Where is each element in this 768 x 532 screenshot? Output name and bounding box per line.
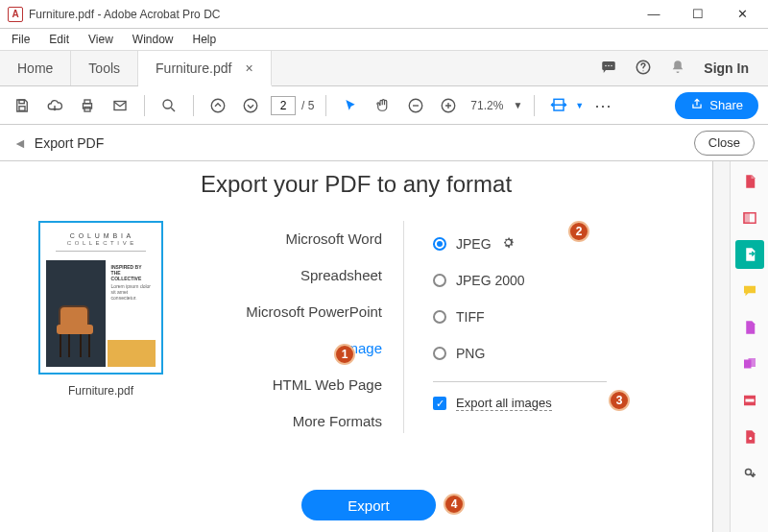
tool-edit-pdf-icon[interactable]: [735, 204, 764, 232]
option-jpeg-label: JPEG: [456, 236, 492, 252]
svg-rect-19: [744, 213, 749, 224]
option-png[interactable]: PNG: [433, 335, 614, 372]
page-current-input[interactable]: [271, 96, 296, 115]
svg-rect-10: [84, 107, 90, 111]
svg-rect-7: [19, 106, 25, 110]
zoom-dropdown-icon[interactable]: ▼: [513, 100, 522, 110]
radio-icon: [433, 237, 446, 251]
tool-more-icon[interactable]: [735, 459, 764, 488]
svg-point-13: [211, 99, 225, 112]
toolbar-separator: [193, 95, 194, 116]
sign-in-link[interactable]: Sign In: [704, 60, 749, 76]
page-down-icon[interactable]: [238, 93, 263, 118]
more-icon[interactable]: ⋯: [591, 93, 616, 118]
tabbar: Home Tools Furniture.pdf × Sign In: [0, 50, 768, 86]
export-button[interactable]: Export: [301, 490, 436, 520]
option-jpeg2000-label: JPEG 2000: [456, 273, 525, 288]
comment-icon[interactable]: [600, 59, 617, 79]
tool-create-pdf-icon[interactable]: [735, 167, 764, 196]
svg-point-3: [612, 64, 613, 66]
svg-point-2: [609, 64, 611, 66]
svg-rect-6: [19, 100, 24, 104]
page-total-label: / 5: [301, 99, 314, 112]
thumbnail-filename: Furniture.pdf: [68, 384, 133, 398]
toolbar-separator: [144, 95, 145, 116]
svg-rect-21: [748, 358, 756, 367]
title-filename: Furniture.pdf: [29, 8, 94, 21]
window-title: Furniture.pdf - Adobe Acrobat Pro DC: [29, 8, 220, 21]
window-minimize-button[interactable]: —: [632, 0, 676, 29]
menu-window[interactable]: Window: [125, 31, 181, 48]
annotation-badge-3: 3: [609, 390, 630, 411]
format-category-list: Microsoft Word Spreadsheet Microsoft Pow…: [202, 221, 403, 433]
document-thumbnail[interactable]: C O L U M B I A C O L L E C T I V E INSP…: [38, 221, 163, 375]
window-close-button[interactable]: ✕: [720, 0, 764, 29]
share-label: Share: [709, 98, 743, 112]
svg-point-5: [643, 70, 644, 71]
export-all-images-label: Export all images: [456, 396, 552, 411]
app-icon: A: [8, 7, 23, 22]
scrollbar[interactable]: [712, 161, 730, 532]
menu-edit[interactable]: Edit: [41, 31, 77, 48]
page-control: / 5: [271, 96, 314, 115]
tab-document-label: Furniture.pdf: [156, 60, 231, 76]
gear-icon[interactable]: [501, 235, 516, 253]
tab-tools[interactable]: Tools: [71, 51, 138, 85]
svg-point-1: [606, 64, 608, 66]
pointer-icon[interactable]: [338, 93, 363, 118]
tool-combine-icon[interactable]: [735, 350, 764, 378]
option-tiff[interactable]: TIFF: [433, 299, 614, 335]
export-all-images-checkbox-row[interactable]: ✓ Export all images: [433, 396, 614, 411]
panel-title: Export PDF: [35, 135, 104, 151]
export-heading: Export your PDF to any format: [0, 171, 712, 198]
category-word[interactable]: Microsoft Word: [285, 226, 382, 251]
category-more[interactable]: More Formats: [293, 408, 382, 433]
toolbar-separator: [325, 95, 326, 116]
radio-icon: [433, 274, 446, 287]
category-spreadsheet[interactable]: Spreadsheet: [300, 262, 382, 287]
hand-icon[interactable]: [371, 93, 396, 118]
bell-icon[interactable]: [669, 59, 686, 79]
menu-file[interactable]: File: [4, 31, 37, 48]
page-up-icon[interactable]: [205, 93, 230, 118]
mail-icon[interactable]: [108, 93, 132, 118]
cloud-icon[interactable]: [42, 93, 67, 118]
help-icon[interactable]: [635, 59, 652, 79]
zoom-in-icon[interactable]: [436, 93, 461, 118]
svg-point-25: [745, 470, 751, 475]
chair-graphic: [55, 305, 97, 361]
option-jpeg2000[interactable]: JPEG 2000: [433, 262, 614, 299]
tool-export-pdf-icon[interactable]: [735, 240, 764, 269]
tab-document[interactable]: Furniture.pdf ×: [138, 51, 272, 86]
search-icon[interactable]: [156, 93, 181, 118]
option-tiff-label: TIFF: [456, 309, 485, 325]
svg-point-24: [749, 437, 752, 440]
share-icon: [690, 97, 704, 113]
save-icon[interactable]: [10, 93, 35, 118]
back-icon[interactable]: ◄: [13, 135, 27, 151]
category-html[interactable]: HTML Web Page: [273, 372, 382, 397]
fit-dropdown-icon[interactable]: ▼: [575, 101, 584, 110]
tool-protect-icon[interactable]: [735, 423, 764, 451]
annotation-badge-2: 2: [568, 221, 589, 242]
tab-home[interactable]: Home: [0, 51, 71, 85]
panel-header: ◄ Export PDF Close: [0, 125, 768, 161]
window-maximize-button[interactable]: ☐: [676, 0, 720, 29]
zoom-out-icon[interactable]: [403, 93, 428, 118]
tool-comment-icon[interactable]: [735, 277, 764, 305]
image-options: JPEG JPEG 2000 TIFF PNG: [403, 221, 614, 433]
tool-redact-icon[interactable]: [735, 386, 764, 415]
category-powerpoint[interactable]: Microsoft PowerPoint: [246, 299, 382, 324]
checkbox-checked-icon: ✓: [433, 397, 446, 410]
panel-close-button[interactable]: Close: [694, 131, 755, 156]
tab-close-icon[interactable]: ×: [245, 60, 252, 76]
share-button[interactable]: Share: [675, 92, 758, 119]
tool-organize-icon[interactable]: [735, 313, 764, 342]
zoom-value[interactable]: 71.2%: [470, 99, 503, 112]
menu-help[interactable]: Help: [185, 31, 225, 48]
fit-width-icon[interactable]: [546, 93, 571, 118]
svg-point-12: [163, 100, 172, 109]
print-icon[interactable]: [75, 93, 100, 118]
menu-view[interactable]: View: [81, 31, 121, 48]
radio-icon: [433, 310, 446, 324]
